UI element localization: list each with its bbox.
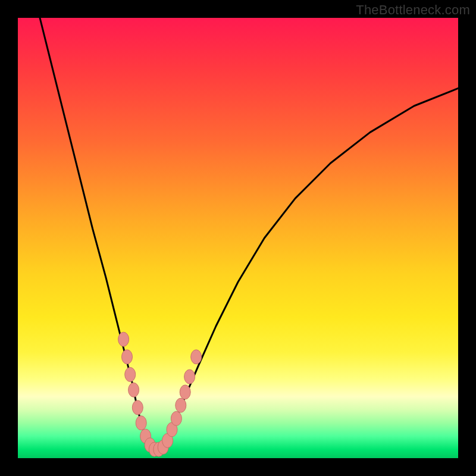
highlight-marker	[191, 350, 202, 364]
highlight-marker	[176, 398, 186, 412]
highlight-markers	[118, 332, 202, 456]
highlight-marker	[125, 367, 136, 381]
highlight-marker	[136, 416, 146, 430]
highlight-marker	[122, 350, 133, 364]
watermark-text: TheBottleneck.com	[356, 2, 470, 18]
curve-svg	[18, 18, 458, 458]
highlight-marker	[129, 383, 139, 397]
highlight-marker	[184, 369, 195, 384]
highlight-marker	[132, 400, 143, 415]
plot-area	[18, 18, 458, 458]
highlight-marker	[171, 411, 181, 425]
chart-frame: TheBottleneck.com	[0, 0, 476, 476]
highlight-marker	[180, 385, 190, 399]
bottleneck-curve	[40, 18, 458, 449]
highlight-marker	[118, 332, 129, 346]
